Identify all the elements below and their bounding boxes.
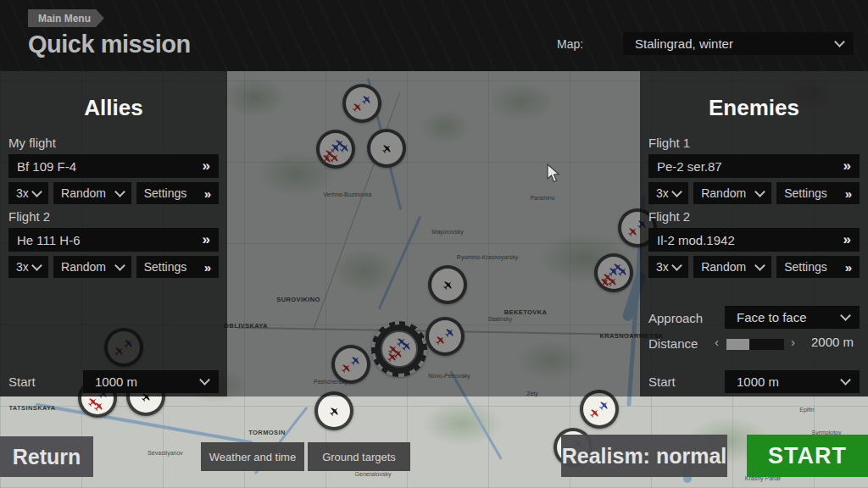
enemies-flight1-settings-button[interactable]: Settings » <box>776 182 860 204</box>
allies-flight2-skill-select[interactable]: Random <box>53 256 131 278</box>
chevron-down-icon <box>671 186 682 197</box>
approach-select[interactable]: Face to face <box>725 306 860 329</box>
distance-value: 2000 m <box>811 335 854 349</box>
aircraft-name: He 111 H-6 <box>17 233 80 247</box>
chevron-down-icon <box>754 260 765 271</box>
map-place-label: Sevastiyanov <box>147 450 183 456</box>
chevron-down-icon <box>31 260 42 271</box>
allies-flight2-count-select[interactable]: 3x <box>8 256 48 278</box>
allies-flight1-skill-select[interactable]: Random <box>53 182 131 204</box>
allies-flight1-count-select[interactable]: 3x <box>8 182 48 204</box>
enemies-flight1-skill-select[interactable]: Random <box>693 182 771 204</box>
aircraft-name: Il-2 mod.1942 <box>657 233 735 247</box>
chevron-down-icon <box>671 260 682 271</box>
allies-start-altitude-select[interactable]: 1000 m <box>83 370 219 393</box>
allies-flight1-aircraft-select[interactable]: Bf 109 F-4 » <box>8 154 219 178</box>
skill-value: Random <box>701 260 746 274</box>
start-mission-button[interactable]: START <box>747 435 868 477</box>
map-select[interactable]: Stalingrad, winter <box>623 32 854 55</box>
map-place-label: TATSINSKAYA <box>8 404 55 412</box>
enemies-title: Enemies <box>640 95 868 121</box>
enemies-panel: Enemies Flight 1 Pe-2 ser.87 » 3x Random… <box>640 71 868 396</box>
map-select-label: Map: <box>557 37 583 51</box>
distance-decrease-arrow[interactable]: ‹ <box>715 336 719 348</box>
enemies-flight2-count-select[interactable]: 3x <box>648 256 688 278</box>
quick-mission-screen: SUROVIKINOOBLIVSKAYAVerhne-BuzinovkaMayo… <box>0 0 868 488</box>
chevron-down-icon <box>199 374 210 385</box>
chevron-down-icon <box>31 186 42 197</box>
skill-value: Random <box>61 186 106 200</box>
main-menu-breadcrumb[interactable]: Main Menu <box>28 9 104 27</box>
settings-label: Settings <box>144 260 187 274</box>
count-value: 3x <box>16 260 29 274</box>
mouse-cursor <box>547 164 560 183</box>
my-flight-label: My flight <box>8 136 56 150</box>
distance-slider-track[interactable] <box>726 339 784 350</box>
approach-label: Approach <box>648 311 703 325</box>
aircraft-name: Pe-2 ser.87 <box>657 159 722 174</box>
flight2-label: Flight 2 <box>648 209 690 224</box>
altitude-value: 1000 m <box>737 374 779 389</box>
map-place-label: TORMOSIN <box>248 429 285 436</box>
map-marker[interactable] <box>314 391 353 430</box>
enemies-flight1-aircraft-select[interactable]: Pe-2 ser.87 » <box>648 154 860 178</box>
count-value: 3x <box>656 186 669 200</box>
return-button[interactable]: Return <box>0 436 93 477</box>
plane-icon <box>326 403 342 419</box>
settings-label: Settings <box>784 186 827 200</box>
flight2-label: Flight 2 <box>8 209 50 224</box>
map-place-label: Epifin <box>799 407 815 413</box>
double-chevron-icon: » <box>843 158 851 175</box>
double-chevron-icon: » <box>845 260 852 274</box>
chevron-down-icon <box>840 374 851 385</box>
enemies-flight1-count-select[interactable]: 3x <box>648 182 688 204</box>
double-chevron-icon: » <box>843 231 851 248</box>
settings-label: Settings <box>144 186 187 200</box>
distance-slider: ‹ › 2000 m <box>715 334 860 351</box>
skill-value: Random <box>61 260 106 274</box>
count-value: 3x <box>656 260 669 274</box>
enemies-start-label: Start <box>648 374 676 389</box>
enemies-flight2-skill-select[interactable]: Random <box>693 256 771 278</box>
chevron-down-icon <box>840 310 851 321</box>
weather-and-time-button[interactable]: Weather and time <box>201 442 304 471</box>
allies-flight1-settings-button[interactable]: Settings » <box>136 182 219 204</box>
flight1-label: Flight 1 <box>648 136 690 150</box>
distance-increase-arrow[interactable]: › <box>791 336 795 348</box>
count-value: 3x <box>16 186 29 200</box>
double-chevron-icon: » <box>204 260 211 274</box>
enemies-start-altitude-select[interactable]: 1000 m <box>725 370 860 393</box>
realism-button[interactable]: Realism: normal <box>561 435 727 477</box>
chevron-down-icon <box>114 186 125 197</box>
allies-title: Allies <box>0 95 227 121</box>
altitude-value: 1000 m <box>95 374 137 389</box>
chevron-down-icon <box>754 186 765 197</box>
chevron-down-icon <box>834 36 845 47</box>
double-chevron-icon: » <box>204 186 211 201</box>
header-bar: Main Menu Quick mission Map: Stalingrad,… <box>0 0 868 71</box>
allies-flight2-settings-button[interactable]: Settings » <box>136 256 219 278</box>
page-title: Quick mission <box>28 30 191 58</box>
double-chevron-icon: » <box>203 158 210 175</box>
settings-label: Settings <box>784 260 827 274</box>
distance-slider-fill <box>726 339 749 350</box>
allies-flight2-aircraft-select[interactable]: He 111 H-6 » <box>8 228 219 252</box>
skill-value: Random <box>701 186 746 200</box>
ground-targets-button[interactable]: Ground targets <box>308 442 410 471</box>
map-place-label: Generalovsky <box>355 471 392 477</box>
enemies-flight2-aircraft-select[interactable]: Il-2 mod.1942 » <box>648 228 860 252</box>
marker-circle <box>318 395 350 427</box>
allies-start-label: Start <box>8 374 36 389</box>
double-chevron-icon: » <box>203 231 210 248</box>
map-select-value: Stalingrad, winter <box>635 36 733 51</box>
marker-circle <box>583 393 615 425</box>
enemies-flight2-settings-button[interactable]: Settings » <box>776 256 860 278</box>
approach-value: Face to face <box>737 310 807 324</box>
chevron-down-icon <box>114 260 125 271</box>
aircraft-name: Bf 109 F-4 <box>17 159 76 174</box>
allies-panel: Allies My flight Bf 109 F-4 » 3x Random … <box>0 71 227 396</box>
double-chevron-icon: » <box>845 186 852 201</box>
distance-label: Distance <box>648 336 698 351</box>
